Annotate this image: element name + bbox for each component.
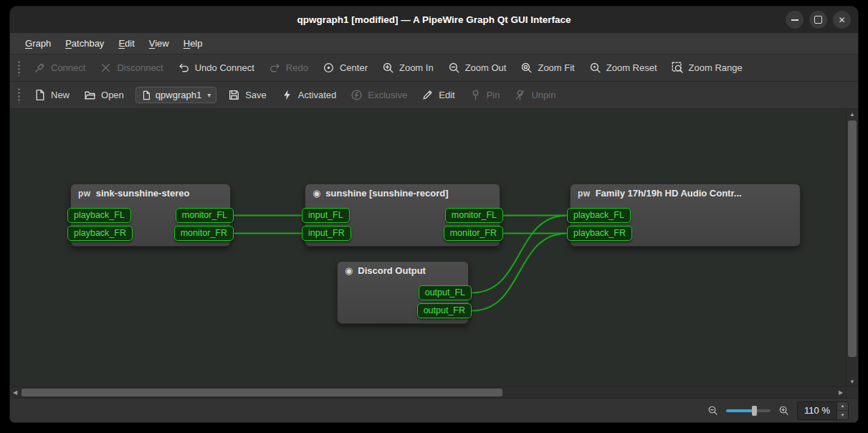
pin-button[interactable]: Pin xyxy=(462,85,507,105)
node-sunshine[interactable]: ◉sunshine [sunshine-record]input_FLinput… xyxy=(305,184,500,247)
connections-svg xyxy=(10,109,846,386)
record-icon: ◉ xyxy=(345,265,353,276)
node-sink-sunshine-stereo[interactable]: pwsink-sunshine-stereoplayback_FLplaybac… xyxy=(70,184,231,247)
zoom-reset-label: Zoom Reset xyxy=(606,62,657,73)
horizontal-scrollbar[interactable]: ◀ ▶ xyxy=(10,386,846,398)
patchbay-profile-value: qpwgraph1 xyxy=(156,90,201,100)
zoom-out-icon xyxy=(448,62,460,74)
port-output_FL[interactable]: output_FL xyxy=(419,285,472,300)
spin-up-button[interactable]: ▲ xyxy=(837,402,848,411)
connect-icon xyxy=(34,62,46,74)
center-button[interactable]: Center xyxy=(315,57,375,78)
zoom-spin-arrows: ▲ ▼ xyxy=(836,402,848,419)
port-output_FR[interactable]: output_FR xyxy=(417,303,472,318)
zoom-in-small-icon[interactable] xyxy=(778,405,789,416)
toolbar-drag-handle[interactable] xyxy=(17,87,21,103)
close-button[interactable]: ✕ xyxy=(833,11,851,29)
horizontal-scroll-track[interactable] xyxy=(20,387,836,398)
maximize-icon xyxy=(814,16,822,24)
chevron-down-icon: ▾ xyxy=(207,91,211,99)
scroll-down-button[interactable]: ▼ xyxy=(846,376,858,386)
unpin-icon xyxy=(514,89,526,101)
scrollbar-corner xyxy=(846,386,858,399)
menu-view[interactable]: View xyxy=(143,35,176,52)
unpin-button[interactable]: Unpin xyxy=(507,85,563,105)
port-input_FR[interactable]: input_FR xyxy=(302,226,351,241)
port-monitor_FL[interactable]: monitor_FL xyxy=(176,208,234,223)
node-family-audio[interactable]: pwFamily 17h/19h HD Audio Contr...playba… xyxy=(570,184,801,247)
new-file-icon xyxy=(34,89,46,101)
disconnect-label: Disconnect xyxy=(117,62,163,73)
vertical-scroll-track[interactable] xyxy=(846,119,858,376)
scroll-right-button[interactable]: ▶ xyxy=(836,387,846,398)
port-playback_FR[interactable]: playback_FR xyxy=(567,226,632,241)
new-button[interactable]: New xyxy=(27,85,77,105)
toolbar-main: Connect Disconnect Undo Connect Redo Cen… xyxy=(10,54,858,82)
maximize-button[interactable] xyxy=(809,11,827,29)
node-title: ◉Discord Output xyxy=(338,262,468,279)
zoom-reset-button[interactable]: Zoom Reset xyxy=(582,57,664,78)
node-discord-output[interactable]: ◉Discord Outputoutput_FLoutput_FR xyxy=(337,261,469,324)
exclusive-icon xyxy=(350,89,363,101)
toolbar-drag-handle[interactable] xyxy=(17,60,21,76)
node-title: pwsink-sunshine-stereo xyxy=(71,184,230,201)
disconnect-button[interactable]: Disconnect xyxy=(92,57,170,78)
edit-label: Edit xyxy=(439,90,454,100)
edit-button[interactable]: Edit xyxy=(414,85,462,105)
horizontal-scroll-handle[interactable] xyxy=(22,389,502,396)
scroll-left-button[interactable]: ◀ xyxy=(10,387,20,398)
zoom-range-label: Zoom Range xyxy=(689,62,743,73)
menu-graph[interactable]: Graph xyxy=(19,35,57,52)
node-title-text: sink-sunshine-stereo xyxy=(96,188,190,199)
disconnect-icon xyxy=(100,62,112,74)
graph-canvas[interactable]: pwsink-sunshine-stereoplayback_FLplaybac… xyxy=(10,109,846,386)
undo-connect-label: Undo Connect xyxy=(195,62,254,73)
port-monitor_FR[interactable]: monitor_FR xyxy=(444,226,503,241)
zoom-slider-handle[interactable] xyxy=(752,406,757,416)
save-icon xyxy=(228,89,240,101)
undo-connect-button[interactable]: Undo Connect xyxy=(171,57,262,78)
zoom-slider[interactable] xyxy=(726,405,771,417)
minimize-icon xyxy=(791,19,798,21)
port-playback_FL[interactable]: playback_FL xyxy=(567,208,631,223)
patchbay-profile-combo[interactable]: qpwgraph1 ▾ xyxy=(135,87,216,103)
port-input_FL[interactable]: input_FL xyxy=(302,208,350,223)
vertical-scroll-handle[interactable] xyxy=(848,120,857,357)
zoom-out-button[interactable]: Zoom Out xyxy=(441,57,514,78)
zoom-reset-icon xyxy=(589,62,601,74)
node-title: ◉sunshine [sunshine-record] xyxy=(305,184,500,201)
menu-patchbay[interactable]: Patchbay xyxy=(59,35,110,52)
toolbar-file: New Open qpwgraph1 ▾ Save Activated Excl… xyxy=(10,82,858,109)
menu-help[interactable]: Help xyxy=(177,35,209,52)
close-icon: ✕ xyxy=(838,16,845,24)
zoom-in-button[interactable]: Zoom In xyxy=(375,57,441,78)
connect-label: Connect xyxy=(51,62,85,73)
center-icon xyxy=(323,62,335,74)
zoom-range-button[interactable]: Zoom Range xyxy=(664,57,750,78)
pipewire-icon: pw xyxy=(578,189,591,199)
vertical-scrollbar[interactable]: ▲ ▼ xyxy=(846,109,858,386)
statusbar: 110 % ▲ ▼ xyxy=(10,398,858,422)
port-monitor_FR[interactable]: monitor_FR xyxy=(174,226,234,241)
port-playback_FR[interactable]: playback_FR xyxy=(67,226,133,241)
titlebar: qpwgraph1 [modified] — A PipeWire Graph … xyxy=(10,6,858,33)
zoom-slider-fill xyxy=(726,409,753,412)
zoom-fit-icon xyxy=(520,62,533,74)
exclusive-button[interactable]: Exclusive xyxy=(343,85,414,105)
minimize-button[interactable] xyxy=(786,11,803,29)
port-monitor_FL[interactable]: monitor_FL xyxy=(445,208,503,223)
save-button[interactable]: Save xyxy=(221,85,274,105)
redo-button[interactable]: Redo xyxy=(262,57,315,78)
undo-icon xyxy=(178,62,190,74)
port-playback_FL[interactable]: playback_FL xyxy=(67,208,131,223)
zoom-out-small-icon[interactable] xyxy=(707,405,718,416)
scroll-up-button[interactable]: ▲ xyxy=(846,109,858,119)
zoom-fit-button[interactable]: Zoom Fit xyxy=(513,57,581,78)
menu-edit[interactable]: Edit xyxy=(112,35,140,52)
connect-button[interactable]: Connect xyxy=(27,57,92,78)
open-button[interactable]: Open xyxy=(77,85,131,105)
zoom-spinbox[interactable]: 110 % ▲ ▼ xyxy=(797,401,849,420)
activated-button[interactable]: Activated xyxy=(274,85,343,105)
zoom-in-label: Zoom In xyxy=(399,62,434,73)
spin-down-button[interactable]: ▼ xyxy=(837,411,848,419)
